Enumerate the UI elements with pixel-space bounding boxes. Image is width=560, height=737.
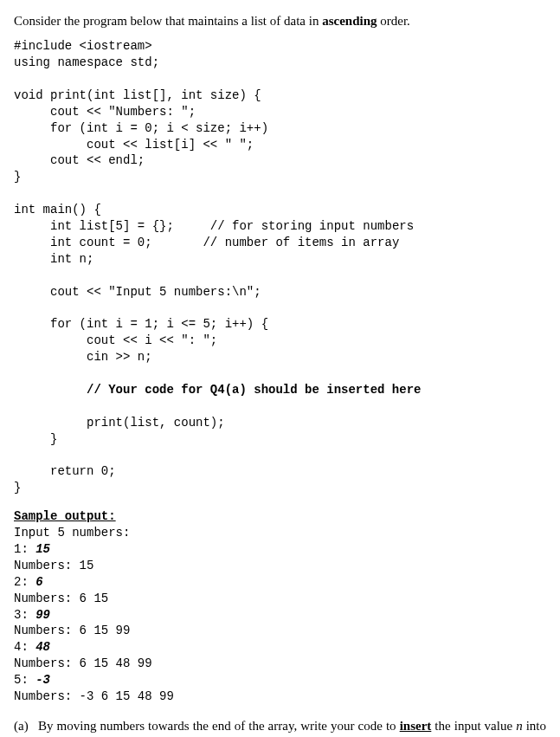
code-line: for (int i = 0; i < size; i++) <box>14 121 268 135</box>
code-line: } <box>14 170 21 184</box>
sample-line: Numbers: 15 <box>14 559 93 572</box>
code-line: #include <iostream> <box>14 39 152 53</box>
code-insert-comment: // Your code for Q4(a) should be inserte… <box>14 383 421 397</box>
code-line: cout << list[i] << " "; <box>14 138 254 152</box>
code-comment: // for storing input numbers <box>174 219 414 233</box>
code-line: } <box>14 481 21 495</box>
intro-prefix: Consider the program below that maintain… <box>14 14 322 28</box>
sample-output-block: Sample output: Input 5 numbers: 1: 15 Nu… <box>14 508 546 705</box>
code-block: #include <iostream> using namespace std;… <box>14 38 546 496</box>
intro-suffix: order. <box>377 14 410 28</box>
code-line: return 0; <box>14 464 116 478</box>
code-line: int count = 0; <box>14 236 152 249</box>
sample-line: 4: <box>14 640 35 654</box>
sample-output-heading: Sample output: <box>14 509 116 523</box>
sample-input: 6 <box>35 575 42 589</box>
question-label: (a) <box>14 717 38 734</box>
code-line: for (int i = 1; i <= 5; i++) { <box>14 317 268 331</box>
q-text: By moving numbers towards the end of the… <box>38 719 400 733</box>
question-body: By moving numbers towards the end of the… <box>38 717 546 737</box>
q-text: the input value <box>431 719 516 733</box>
q-var-n: n <box>516 719 523 733</box>
code-line: int n; <box>14 252 93 266</box>
code-line: cin >> n; <box>14 350 152 364</box>
intro-paragraph: Consider the program below that maintain… <box>14 12 546 29</box>
code-line: void print(int list[], int size) { <box>14 88 261 102</box>
sample-line: 1: <box>14 542 35 556</box>
code-line: int main() { <box>14 203 101 217</box>
code-line: } <box>14 432 57 446</box>
sample-input: 48 <box>35 640 50 654</box>
q-insert: insert <box>400 719 432 733</box>
code-line: using namespace std; <box>14 55 159 69</box>
code-line: cout << "Numbers: "; <box>14 105 196 119</box>
sample-line: Numbers: 6 15 48 99 <box>14 656 152 670</box>
sample-line: 5: <box>14 673 35 687</box>
code-line: cout << i << ": "; <box>14 333 217 347</box>
sample-input: -3 <box>35 673 50 687</box>
sample-line: Input 5 numbers: <box>14 526 130 540</box>
sample-line: 3: <box>14 608 35 622</box>
sample-line: Numbers: -3 6 15 48 99 <box>14 689 174 703</box>
sample-line: 2: <box>14 575 35 589</box>
code-line: cout << "Input 5 numbers:\n"; <box>14 285 261 299</box>
question-a: (a) By moving numbers towards the end of… <box>14 717 546 737</box>
sample-input: 99 <box>35 608 50 622</box>
code-line: int list[5] = {}; <box>14 219 174 233</box>
code-line: print(list, count); <box>14 416 225 430</box>
code-comment: // number of items in array <box>152 236 400 249</box>
sample-line: Numbers: 6 15 <box>14 592 108 605</box>
sample-line: Numbers: 6 15 99 <box>14 624 130 637</box>
code-line: cout << endl; <box>14 153 145 167</box>
sample-input: 15 <box>35 542 50 556</box>
intro-bold: ascending <box>322 14 377 28</box>
